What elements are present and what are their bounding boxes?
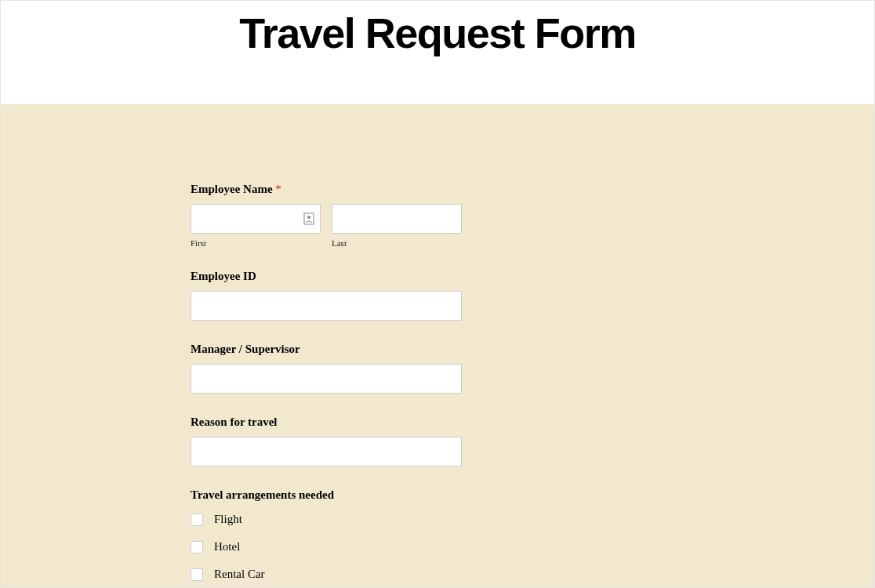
reason-label: Reason for travel [191, 416, 665, 429]
manager-label: Manager / Supervisor [191, 343, 665, 356]
employee-name-field: Employee Name * [191, 183, 665, 248]
manager-field: Manager / Supervisor [191, 343, 665, 394]
form-section: Employee Name * [1, 104, 874, 588]
checkbox-row-flight: Flight [191, 513, 665, 526]
checkbox-row-hotel: Hotel [191, 540, 665, 554]
last-name-input[interactable] [332, 204, 462, 234]
hotel-checkbox[interactable] [191, 541, 203, 554]
employee-name-label: Employee Name * [191, 183, 665, 196]
manager-input[interactable] [191, 364, 462, 394]
reason-input[interactable] [191, 437, 462, 466]
flight-checkbox[interactable] [191, 514, 203, 526]
reason-field: Reason for travel [191, 416, 665, 466]
required-marker: * [275, 183, 281, 195]
employee-id-input[interactable] [191, 291, 462, 321]
rental-car-checkbox[interactable] [191, 568, 203, 581]
form-container: Employee Name * [210, 183, 665, 588]
flight-checkbox-label: Flight [214, 513, 242, 526]
last-name-sublabel: Last [332, 238, 462, 248]
employee-name-label-text: Employee Name [191, 183, 273, 195]
hotel-checkbox-label: Hotel [214, 540, 240, 554]
rental-car-checkbox-label: Rental Car [214, 568, 265, 581]
arrangements-field: Travel arrangements needed Flight Hotel … [191, 488, 665, 588]
arrangements-label: Travel arrangements needed [191, 488, 665, 502]
first-name-sublabel: First [191, 238, 321, 248]
employee-id-label: Employee ID [191, 270, 665, 283]
first-name-input[interactable] [191, 204, 321, 234]
page-title: Travel Request Form [1, 9, 874, 57]
header-section: Travel Request Form [1, 1, 874, 104]
checkbox-row-rental-car: Rental Car [191, 568, 665, 581]
employee-id-field: Employee ID [191, 270, 665, 321]
